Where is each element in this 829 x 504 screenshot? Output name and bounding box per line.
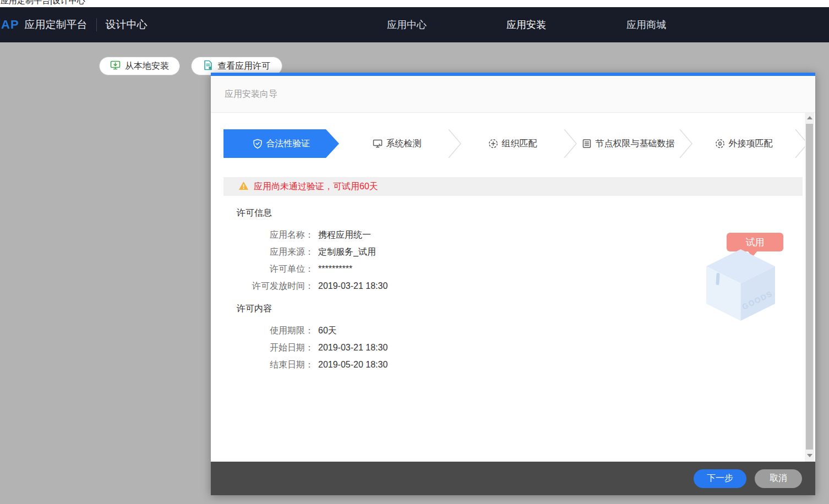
step-org-match[interactable]: 组织匹配 (455, 129, 570, 158)
step-separator-chevron (448, 129, 461, 158)
step-label: 外接项匹配 (729, 138, 773, 150)
modal-scrollbar[interactable] (805, 113, 814, 462)
field-label: 结束日期： (237, 356, 314, 373)
install-from-local-button[interactable]: 从本地安装 (99, 57, 180, 75)
wizard-steps: 合法性验证 系统检测 (223, 129, 803, 158)
next-step-button[interactable]: 下一步 (694, 469, 746, 488)
field-label: 使用期限： (237, 322, 314, 339)
step-system-check[interactable]: 系统检测 (339, 129, 455, 158)
step-label: 组织匹配 (502, 138, 537, 150)
shield-check-icon (253, 139, 263, 149)
center-title: 设计中心 (106, 18, 148, 32)
nav-item-app-store[interactable]: 应用商城 (626, 7, 666, 42)
org-match-icon (488, 139, 498, 149)
license-row-usage-period: 使用期限： 60天 (237, 322, 388, 339)
warning-icon (238, 181, 249, 193)
scrollbar-down-arrow[interactable] (805, 451, 814, 461)
goods-box-illustration: GOODS (706, 249, 775, 321)
app-logo: AP (1, 18, 19, 32)
trial-badge: 试用 (727, 233, 783, 251)
local-install-icon (110, 60, 121, 73)
step-separator-chevron (564, 129, 577, 158)
app-header: AP 应用定制平台 设计中心 应用中心 应用安装 应用商城 (0, 7, 829, 42)
modal-title: 应用安装向导 (225, 89, 277, 100)
platform-title: 应用定制平台 (25, 18, 88, 32)
step-label: 节点权限与基础数据 (596, 138, 675, 150)
field-value: ********** (318, 260, 352, 277)
modal-footer: 下一步 取消 (211, 462, 815, 495)
field-value: 定制服务_试用 (318, 243, 376, 260)
validation-warning-bar: 应用尚未通过验证，可试用60天 (223, 177, 803, 196)
field-label: 许可发放时间： (237, 277, 314, 294)
scrollbar-up-arrow[interactable] (805, 113, 814, 123)
modal-body: 合法性验证 系统检测 (211, 113, 815, 462)
nav-item-app-install[interactable]: 应用安装 (506, 7, 546, 42)
trial-badge-label: 试用 (746, 236, 765, 249)
modal-header: 应用安装向导 (211, 76, 815, 113)
license-row-start-date: 开始日期： 2019-03-21 18:30 (237, 339, 388, 356)
app-install-wizard-modal: 应用安装向导 合法性验证 (211, 73, 815, 495)
step-label: 合法性验证 (266, 138, 310, 150)
nav-item-app-center[interactable]: 应用中心 (387, 7, 427, 42)
license-row-app-source: 应用来源： 定制服务_试用 (237, 243, 388, 260)
field-value: 2019-03-21 18:30 (318, 277, 388, 294)
node-permission-icon (582, 139, 592, 149)
scrollbar-thumb[interactable] (806, 124, 813, 450)
license-doc-icon (203, 60, 213, 73)
field-value: 2019-05-20 18:30 (318, 356, 388, 373)
field-label: 应用来源： (237, 243, 314, 260)
step-separator-chevron (679, 129, 692, 158)
license-content-section: 许可内容 使用期限： 60天 开始日期： 2019-03-21 18:30 结束… (237, 303, 388, 373)
license-info-section: 许可信息 应用名称： 携程应用统一 应用来源： 定制服务_试用 许可单位： **… (237, 207, 388, 294)
header-divider (96, 18, 97, 31)
step-external-item-match[interactable]: 外接项匹配 (686, 129, 801, 158)
field-label: 许可单位： (237, 260, 314, 277)
monitor-icon (373, 139, 383, 149)
field-label: 应用名称： (237, 226, 314, 243)
field-value: 携程应用统一 (318, 226, 371, 243)
license-content-heading: 许可内容 (237, 303, 388, 314)
step-node-permission-data[interactable]: 节点权限与基础数据 (570, 129, 686, 158)
view-license-label: 查看应用许可 (217, 61, 270, 72)
license-row-app-name: 应用名称： 携程应用统一 (237, 226, 388, 243)
license-row-license-unit: 许可单位： ********** (237, 260, 388, 277)
install-from-local-label: 从本地安装 (125, 61, 169, 72)
step-legality-verification[interactable]: 合法性验证 (223, 129, 339, 158)
license-row-issue-time: 许可发放时间： 2019-03-21 18:30 (237, 277, 388, 294)
browser-tab-remnant: 应用定制平台|设计中心 (0, 0, 829, 7)
license-row-end-date: 结束日期： 2019-05-20 18:30 (237, 356, 388, 373)
browser-tab-text: 应用定制平台|设计中心 (1, 0, 85, 6)
cancel-button[interactable]: 取消 (755, 469, 802, 488)
field-value: 60天 (318, 322, 337, 339)
warning-text: 应用尚未通过验证，可试用60天 (254, 181, 378, 193)
field-value: 2019-03-21 18:30 (318, 339, 388, 356)
step-label: 系统检测 (386, 138, 422, 150)
field-label: 开始日期： (237, 339, 314, 356)
external-item-icon (715, 139, 725, 149)
license-info-heading: 许可信息 (237, 207, 388, 218)
